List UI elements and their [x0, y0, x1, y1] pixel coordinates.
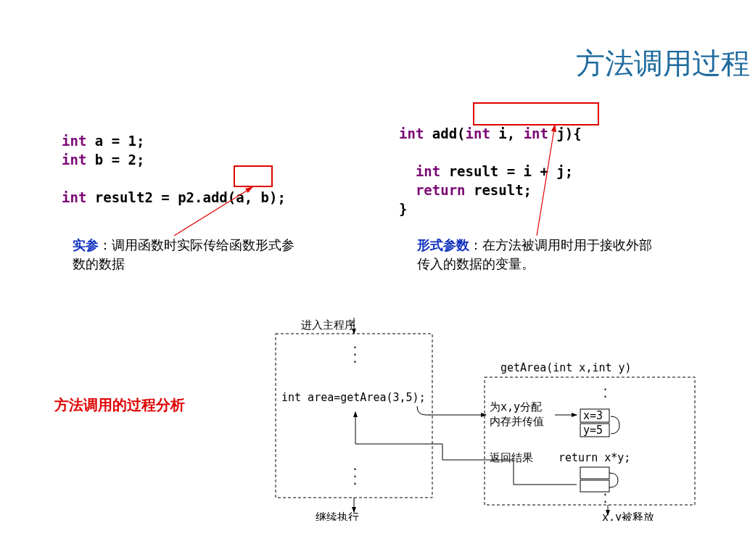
code-text: b = 2;: [86, 152, 144, 168]
call-line: int area=getArea(3,5);: [281, 391, 426, 404]
annot-text: ：调用函数时实际传给函数形式参数的数据: [73, 238, 294, 271]
code-text: }: [399, 201, 407, 217]
kw-int: int: [399, 125, 424, 141]
code-text: add(: [424, 125, 465, 141]
code-text: );: [269, 189, 286, 205]
svg-text:.: .: [352, 474, 358, 487]
code-text: result = i + j;: [440, 163, 573, 179]
code-text: result;: [466, 182, 532, 198]
svg-text:.: .: [602, 493, 609, 506]
annot-label: 实参: [73, 238, 99, 252]
highlight-formal-params: [473, 102, 599, 125]
code-text: result2 = p2.add(: [86, 189, 236, 205]
label-enter-main: 进入主程序: [301, 318, 355, 332]
annotation-formal-param: 形式参数：在方法被调用时用于接收外部传入的数据的变量。: [417, 236, 656, 273]
kw-int: int: [524, 125, 548, 141]
alloc-line1: 为x,y分配: [490, 400, 542, 413]
return-expr: return x*y;: [559, 451, 630, 464]
alloc-line2: 内存并传值: [490, 415, 544, 428]
annotation-actual-param: 实参：调用函数时实际传给函数形式参数的数据: [73, 236, 297, 273]
var-y: y=5: [583, 424, 603, 437]
kw-int: int: [466, 125, 490, 141]
kw-int: int: [62, 133, 86, 149]
code-block-caller: int a = 1; int b = 2; int result2 = p2.a…: [62, 112, 286, 207]
func-signature: getArea(int x,int y): [500, 361, 632, 374]
svg-text:.: .: [602, 387, 609, 400]
annot-label: 形式参数: [417, 238, 469, 252]
code-text: ){: [565, 125, 582, 141]
label-continue: 继续执行: [316, 511, 359, 521]
method-call-diagram: 进入主程序 ... ... int area=getArea(3,5); 继续执…: [268, 318, 711, 524]
slide-title: 方法调用过程: [576, 44, 750, 83]
svg-rect-18: [580, 467, 609, 479]
svg-text:.: .: [352, 353, 358, 366]
kw-int: int: [62, 189, 86, 205]
code-text: i,: [490, 125, 524, 141]
var-x: x=3: [583, 409, 603, 422]
label-release: x,y被释放: [602, 511, 654, 521]
code-text: a = 1;: [86, 133, 144, 149]
args-text: a, b: [236, 189, 269, 205]
kw-return: return: [416, 182, 466, 198]
highlight-actual-args: [234, 165, 273, 187]
kw-int: int: [416, 163, 440, 179]
code-text: j: [548, 125, 565, 141]
process-analysis-heading: 方法调用的过程分析: [54, 395, 185, 415]
svg-rect-11: [485, 377, 695, 505]
kw-int: int: [62, 152, 86, 168]
label-return-result: 返回结果: [490, 451, 533, 464]
